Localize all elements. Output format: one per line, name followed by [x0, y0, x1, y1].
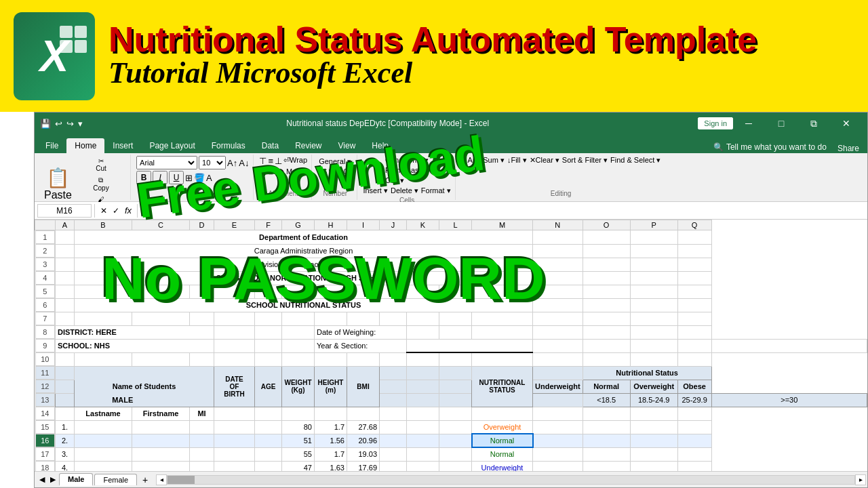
cell-N5[interactable]: [533, 285, 583, 298]
cell-I15[interactable]: 27.68: [347, 420, 380, 434]
fill-color-icon[interactable]: 🪣: [194, 173, 205, 183]
cell-L16[interactable]: [439, 434, 472, 447]
cell-N15[interactable]: [533, 420, 583, 434]
cell-K15[interactable]: [407, 420, 439, 434]
cell-H5[interactable]: [315, 285, 347, 298]
col-header-K[interactable]: K: [407, 220, 439, 230]
cell-B18[interactable]: [75, 461, 132, 471]
cell-E15[interactable]: [214, 420, 255, 434]
cell-P16[interactable]: [630, 434, 677, 447]
tell-me-search[interactable]: 🔍 Tell me what you want to do: [708, 141, 832, 153]
cell-N8[interactable]: [533, 325, 583, 339]
cell-I16[interactable]: 20.96: [347, 434, 380, 447]
cell-Q10[interactable]: [677, 352, 711, 366]
cell-D16[interactable]: [190, 434, 214, 447]
formula-input[interactable]: [140, 206, 865, 216]
italic-button[interactable]: I: [153, 171, 167, 184]
cell-N4[interactable]: [533, 271, 583, 285]
cell-D15[interactable]: [190, 420, 214, 434]
cell-O7[interactable]: [583, 312, 630, 325]
cell-C15[interactable]: [132, 420, 190, 434]
cell-H14[interactable]: [315, 407, 347, 420]
cell-G8[interactable]: [282, 325, 315, 339]
increase-font-icon[interactable]: A↑: [227, 158, 237, 168]
cell-G5[interactable]: [282, 285, 315, 298]
border-icon[interactable]: ⊞: [185, 173, 193, 183]
cell-E6[interactable]: SCHOOL NUTRITIONAL STATUS: [75, 298, 533, 312]
cell-N9[interactable]: [583, 339, 630, 352]
cell-P17[interactable]: [630, 447, 677, 461]
format-as-table-icon[interactable]: Format as ▾: [385, 166, 429, 175]
insert-function-icon[interactable]: fx: [122, 205, 134, 216]
cell-Q1[interactable]: [677, 230, 711, 245]
cell-N7[interactable]: [533, 312, 583, 325]
cell-G7[interactable]: [282, 312, 315, 325]
cell-O18[interactable]: [583, 461, 630, 471]
cell-E18[interactable]: [214, 461, 255, 471]
col-header-J[interactable]: J: [380, 220, 407, 230]
cell-Q15[interactable]: [677, 420, 711, 434]
cell-O8[interactable]: [583, 325, 630, 339]
cell-P5[interactable]: [630, 285, 677, 298]
cell-K16[interactable]: [407, 434, 439, 447]
save-icon[interactable]: 💾: [40, 119, 51, 129]
cell-L14[interactable]: [439, 407, 472, 420]
col-header-Q[interactable]: Q: [677, 220, 711, 230]
cell-O17[interactable]: [583, 447, 630, 461]
cell-H8[interactable]: Date of Weighing:: [315, 325, 407, 339]
cell-M8[interactable]: [472, 325, 533, 339]
cell-Q14[interactable]: [677, 407, 711, 420]
cell-N13[interactable]: [533, 393, 583, 407]
cell-male-label[interactable]: MALE: [56, 393, 190, 407]
tab-view[interactable]: View: [330, 138, 364, 153]
cell-N2[interactable]: [533, 244, 583, 258]
cell-J5[interactable]: [380, 285, 407, 298]
cell-F14[interactable]: [255, 407, 282, 420]
cell-P8[interactable]: [630, 325, 677, 339]
cell-Q8[interactable]: [677, 325, 711, 339]
cell-E16[interactable]: [214, 434, 255, 447]
merge-center-icon[interactable]: Merge: [286, 167, 307, 178]
cell-E17[interactable]: [214, 447, 255, 461]
underline-button[interactable]: U: [169, 171, 184, 184]
cell-F15[interactable]: [255, 420, 282, 434]
cell-E8[interactable]: [214, 325, 255, 339]
tab-help[interactable]: Help: [363, 138, 397, 153]
cell-A9[interactable]: SCHOOL: NHS: [56, 339, 214, 352]
paste-button[interactable]: 📋 Paste: [41, 165, 75, 203]
redo-icon[interactable]: ↪: [66, 119, 74, 129]
autosum-button[interactable]: Σ AutoSum ▾: [461, 156, 505, 165]
name-box[interactable]: [37, 204, 92, 218]
sign-in-button[interactable]: Sign in: [698, 117, 733, 129]
tab-insert[interactable]: Insert: [104, 138, 141, 153]
cell-O5[interactable]: [583, 285, 630, 298]
cell-E1[interactable]: Department of Education: [75, 230, 533, 245]
cell-L13[interactable]: [439, 393, 472, 407]
cell-C17[interactable]: [132, 447, 190, 461]
middle-align-icon[interactable]: ≡: [268, 156, 273, 166]
cell-K14[interactable]: [407, 407, 439, 420]
col-header-O[interactable]: O: [583, 220, 630, 230]
cell-O1[interactable]: [583, 230, 630, 245]
fill-button[interactable]: ↓Fill ▾: [507, 156, 527, 165]
cell-P6[interactable]: [630, 298, 677, 312]
cell-B7[interactable]: [75, 312, 132, 325]
cell-E2[interactable]: Caraga Administrative Region: [75, 244, 533, 258]
align-center-icon[interactable]: ≡: [268, 167, 273, 178]
cell-O2[interactable]: [583, 244, 630, 258]
cell-Q2[interactable]: [677, 244, 711, 258]
cell-A15[interactable]: 1.: [56, 420, 75, 434]
cell-K18[interactable]: [407, 461, 439, 471]
cell-F18[interactable]: [255, 461, 282, 471]
restore-button[interactable]: ⧉: [798, 113, 829, 134]
cell-nutritional-status[interactable]: NUTRITIONALSTATUS: [472, 366, 533, 407]
cell-J11[interactable]: [380, 366, 407, 380]
cell-A4[interactable]: [56, 271, 75, 285]
cell-A7[interactable]: [56, 312, 75, 325]
cell-L17[interactable]: [439, 447, 472, 461]
cell-styles-icon[interactable]: Cell ▾: [385, 176, 429, 185]
col-header-A[interactable]: A: [56, 220, 75, 230]
cell-Q18[interactable]: [677, 461, 711, 471]
cell-P7[interactable]: [630, 312, 677, 325]
clear-button[interactable]: ✕Clear ▾: [530, 156, 559, 165]
